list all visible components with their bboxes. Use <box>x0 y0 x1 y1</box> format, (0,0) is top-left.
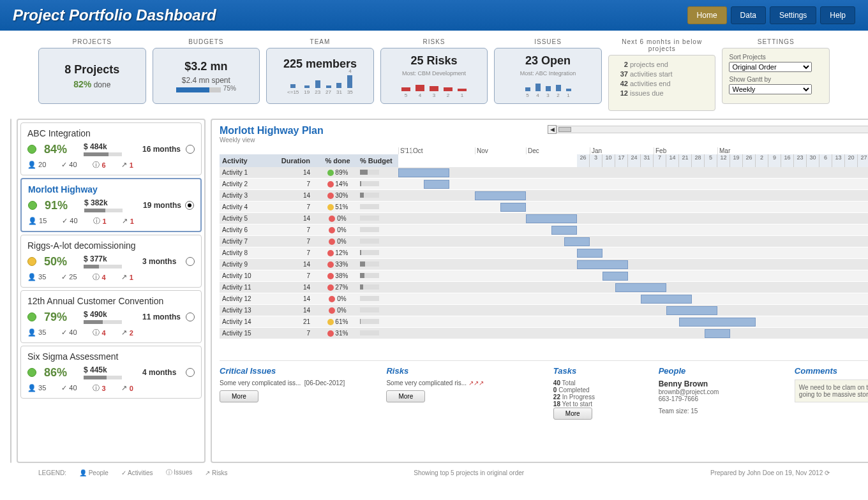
kpi-budgets-val: $3.2 mn <box>184 60 227 73</box>
project-radio[interactable] <box>186 312 195 321</box>
project-issues: ⓘ 3 <box>93 383 106 393</box>
gantt-select[interactable]: Weekly <box>729 84 812 94</box>
gantt-header: Activity Duration % done % Budget <box>220 154 398 167</box>
project-radio[interactable] <box>186 257 195 266</box>
nav-data[interactable]: Data <box>731 6 766 24</box>
issues-more-button[interactable]: More <box>220 390 258 402</box>
gantt-scrollbar-h[interactable] <box>557 126 868 133</box>
project-card[interactable]: 12th Annual Customer Convention 79% $ 49… <box>20 290 202 343</box>
kpi-team-val: 225 members <box>283 57 357 71</box>
project-budget: $ 445k <box>84 365 135 374</box>
project-activities: ✓ 40 <box>61 328 77 337</box>
gantt-row[interactable]: Activity 8 7 12% <box>220 247 868 259</box>
kpi-projects-val: 8 Projects <box>64 63 119 77</box>
gantt-row[interactable]: Activity 13 14 0% <box>220 305 868 316</box>
project-activities: ✓ 40 <box>62 216 77 226</box>
kpi-issues-card[interactable]: 23 Open Most: ABC Integration 54321 <box>494 48 602 104</box>
kpi-issues-sub: Most: ABC Integration <box>520 70 576 77</box>
project-scrollbar[interactable] <box>10 119 11 463</box>
comments-col: Comments We need to be clam on this proj… <box>795 366 868 420</box>
project-risks: ↗ 1 <box>121 160 133 170</box>
project-issues: ⓘ 6 <box>93 160 106 170</box>
kpi-settings-hdr: SETTINGS <box>722 38 830 45</box>
gantt-row[interactable]: Activity 12 14 0% <box>220 293 868 305</box>
project-risks: ↗ 0 <box>121 383 133 393</box>
gantt-row[interactable]: Activity 10 7 38% <box>220 270 868 282</box>
kpi-risks-val: 25 Risks <box>410 54 457 68</box>
kpi-risks-card[interactable]: 25 Risks Most: CBM Development 54321 <box>380 48 488 104</box>
gantt-row[interactable]: Activity 11 14 27% <box>220 282 868 293</box>
footer-right: Prepared by John Doe on 19, Nov 2012 ⟳ <box>710 469 830 476</box>
project-pct: 91% <box>45 199 77 212</box>
kpi-settings-card: Sort Projects Original Order Show Gantt … <box>722 48 830 104</box>
gantt-row[interactable]: Activity 7 7 0% <box>220 236 868 247</box>
critical-issues-col: Critical Issues Some very complicated is… <box>220 366 373 420</box>
risks-col: Risks Some very complicated ris... ↗↗↗ M… <box>386 366 540 420</box>
project-people: 👤 15 <box>28 216 47 226</box>
gantt-row[interactable]: Activity 2 7 14% <box>220 179 868 190</box>
nav-settings[interactable]: Settings <box>770 6 816 24</box>
project-radio[interactable] <box>186 145 195 154</box>
kpi-budgets-card[interactable]: $3.2 mn $2.4 mn spent 75% <box>153 48 260 104</box>
project-name: Riggs-A-lot decomissioning <box>27 240 195 251</box>
kpi-risks-spark: 54321 <box>401 79 467 98</box>
project-name: Six Sigma Assessment <box>27 351 195 362</box>
risks-more-button[interactable]: More <box>386 390 425 402</box>
app-title: Project Portfolio Dashboard <box>13 6 216 24</box>
status-dot <box>27 368 36 377</box>
kpi-team-card[interactable]: 225 members <=1519232731435 <box>266 48 374 104</box>
project-pct: 79% <box>44 311 76 324</box>
project-radio[interactable] <box>185 201 194 210</box>
project-card[interactable]: Riggs-A-lot decomissioning 50% $ 377k 3 … <box>20 235 202 288</box>
gantt-row[interactable]: Activity 6 7 0% <box>220 224 868 236</box>
gantt-row[interactable]: Activity 4 7 51% <box>220 202 868 213</box>
gantt-row[interactable]: Activity 3 14 30% <box>220 190 868 202</box>
project-card[interactable]: Morlott Highway 91% $ 382k 19 months 👤 1… <box>20 178 202 232</box>
legend: LEGEND: 👤 People ✓ Activities ⓘ Issues ↗… <box>38 468 227 477</box>
kpi-budgets-hdr: BUDGETS <box>153 38 260 45</box>
gantt-row[interactable]: Activity 1 14 89% <box>220 167 868 179</box>
project-budget: $ 484k <box>84 142 135 151</box>
project-risks: ↗ 1 <box>122 216 134 226</box>
project-people: 👤 35 <box>27 383 46 393</box>
gantt-days: 2631017243171421285121926291623306132027… <box>577 154 868 167</box>
project-name: 12th Annual Customer Convention <box>27 296 195 306</box>
project-people: 👤 35 <box>27 328 46 337</box>
project-risks: ↗ 2 <box>121 328 133 337</box>
project-list: ABC Integration 84% $ 484k 16 months 👤 2… <box>17 119 206 463</box>
project-people: 👤 20 <box>27 160 46 170</box>
project-activities: ✓ 25 <box>61 272 77 282</box>
gantt-row[interactable]: Activity 9 14 33% <box>220 259 868 270</box>
people-name: Benny Brown <box>659 379 782 388</box>
tasks-more-button[interactable]: More <box>553 408 592 420</box>
project-pct: 50% <box>44 255 76 268</box>
status-dot <box>27 257 36 266</box>
project-activities: ✓ 40 <box>61 160 77 170</box>
project-card[interactable]: Six Sigma Assessment 86% $ 445k 4 months… <box>20 346 202 399</box>
gantt-row[interactable]: Activity 14 21 61% <box>220 316 868 328</box>
project-budget: $ 377k <box>84 254 135 263</box>
risks-icon: ↗ Risks <box>205 469 227 476</box>
gantt-row[interactable]: Activity 5 14 0% <box>220 213 868 224</box>
project-risks: ↗ 1 <box>121 272 133 282</box>
project-pct: 84% <box>44 143 76 156</box>
status-dot <box>28 201 37 210</box>
gantt-scroll-left[interactable]: ◀ <box>548 125 557 134</box>
detail-panel: Morlott Highway Plan Weekly view ◀ ▶ S'1… <box>211 119 868 463</box>
nav-home[interactable]: Home <box>687 6 727 24</box>
project-card[interactable]: ABC Integration 84% $ 484k 16 months 👤 2… <box>20 122 202 175</box>
gantt-row[interactable]: Activity 15 7 31% <box>220 328 868 339</box>
kpi-risks-hdr: RISKS <box>380 38 488 45</box>
sort-select[interactable]: Original Order <box>729 62 812 72</box>
kpi-issues-val: 23 Open <box>525 54 571 68</box>
kpi-projects-card[interactable]: 8 Projects 82% done <box>38 48 146 104</box>
comments-box: We need to be clam on this project. It i… <box>795 379 868 402</box>
kpi-risks-sub: Most: CBM Development <box>402 70 466 77</box>
status-dot <box>27 312 36 321</box>
gantt-months: S'11OctNovDecJanFebMar <box>398 147 868 154</box>
header: Project Portfolio Dashboard Home Data Se… <box>0 0 868 31</box>
nav-help[interactable]: Help <box>820 6 855 24</box>
project-name: Morlott Highway <box>28 184 194 195</box>
footer-center: Showing top 5 projects in original order <box>414 469 524 476</box>
project-radio[interactable] <box>186 368 195 377</box>
